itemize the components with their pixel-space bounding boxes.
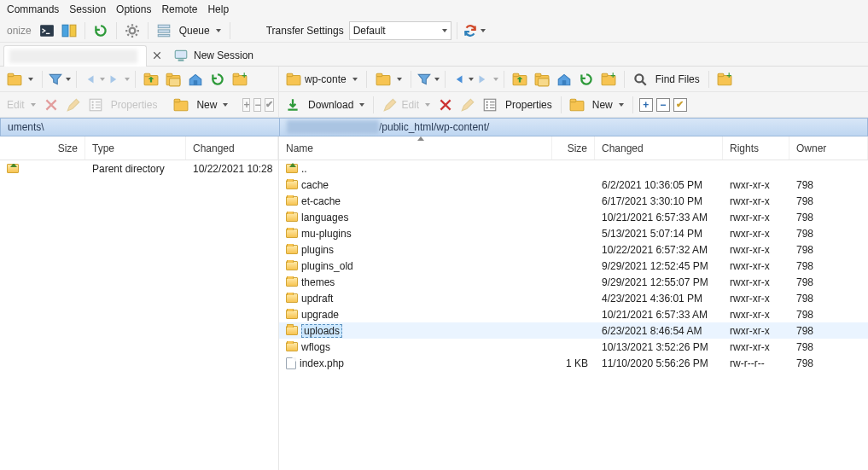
remote-plus-button[interactable]: + <box>639 98 653 112</box>
new-session-tab[interactable]: New Session <box>167 44 263 67</box>
list-item[interactable]: upgrade10/21/2021 6:57:33 AMrwxr-xr-x798 <box>279 306 868 322</box>
find-files-icon[interactable] <box>630 69 650 90</box>
local-edit-button[interactable]: Edit <box>3 95 39 115</box>
local-dir-combo[interactable] <box>3 69 37 90</box>
remote-delete-icon[interactable] <box>435 95 456 115</box>
folder-icon <box>286 180 298 189</box>
remote-star-button[interactable]: ✔ <box>673 98 687 112</box>
local-root-icon[interactable] <box>163 69 184 90</box>
remote-nav-toolbar: wp-conte Find Files <box>279 67 868 91</box>
local-bookmark-icon[interactable] <box>230 69 250 90</box>
remote-grid-header: Name Size Changed Rights Owner <box>279 136 868 160</box>
local-props-icon[interactable] <box>85 95 106 115</box>
menu-options[interactable]: Options <box>116 3 151 15</box>
list-item[interactable]: updraft4/23/2021 4:36:01 PMrwxr-xr-x798 <box>279 290 868 306</box>
queue-button[interactable]: Queue <box>176 20 224 41</box>
remote-root-icon[interactable] <box>532 69 552 90</box>
list-item[interactable]: plugins10/22/2021 6:57:32 AMrwxr-xr-x798 <box>279 241 868 258</box>
remote-ops-toolbar: Download Edit Properties New + − ✔ <box>279 92 868 117</box>
remote-edit-icon[interactable] <box>457 95 478 115</box>
remote-refresh-icon[interactable] <box>576 69 597 90</box>
list-item[interactable]: mu-plugins5/13/2021 5:07:14 PMrwxr-xr-x7… <box>279 225 868 241</box>
remote-forward-icon[interactable] <box>475 69 498 90</box>
list-item[interactable]: plugins_old9/29/2021 12:52:45 PMrwxr-xr-… <box>279 258 868 274</box>
local-new-icon[interactable] <box>171 95 191 115</box>
remote-back-icon[interactable] <box>451 69 474 90</box>
menu-session[interactable]: Session <box>69 3 106 15</box>
download-button[interactable]: Download <box>305 95 368 115</box>
folder-icon <box>286 342 298 351</box>
list-item[interactable]: uploads6/23/2021 8:46:54 AMrwxr-xr-x798 <box>279 322 868 339</box>
local-star-button[interactable]: ✔ <box>265 98 274 112</box>
list-item[interactable]: themes9/29/2021 12:55:07 PMrwxr-xr-x798 <box>279 274 868 290</box>
list-item[interactable]: index.php1 KB11/10/2020 5:56:26 PMrw-r--… <box>279 355 868 371</box>
remote-pathbar[interactable]: /public_html/wp-content/ <box>279 118 868 136</box>
local-ops-toolbar: Edit Properties New + − ✔ <box>0 92 279 117</box>
local-forward-icon[interactable] <box>107 69 130 90</box>
local-back-icon[interactable] <box>82 69 105 90</box>
sync-icon[interactable] <box>463 20 486 41</box>
local-pathbar[interactable]: uments\ <box>0 118 279 136</box>
list-item[interactable]: languages10/21/2021 6:57:33 AMrwxr-xr-x7… <box>279 209 868 225</box>
local-minus-button[interactable]: − <box>253 98 261 112</box>
local-col-changed[interactable]: Changed <box>186 136 278 160</box>
remote-col-changed[interactable]: Changed <box>595 136 723 160</box>
remote-props-icon[interactable] <box>480 95 500 115</box>
local-parent-icon[interactable] <box>141 69 161 90</box>
local-grid-body[interactable]: Parent directory10/22/2021 10:28 <box>0 160 278 470</box>
session-tabs: New Session <box>0 43 868 67</box>
remote-col-name[interactable]: Name <box>279 136 552 160</box>
folder-icon <box>286 72 301 87</box>
list-item[interactable]: cache6/2/2021 10:36:05 PMrwxr-xr-x798 <box>279 177 868 193</box>
remote-props-button[interactable]: Properties <box>502 95 556 115</box>
remote-col-owner[interactable]: Owner <box>789 136 868 160</box>
remote-extra-icon[interactable] <box>714 69 735 90</box>
local-plus-button[interactable]: + <box>242 98 250 112</box>
local-delete-icon[interactable] <box>41 95 61 115</box>
local-col-type[interactable]: Type <box>85 136 186 160</box>
local-edit-icon[interactable] <box>63 95 84 115</box>
download-icon[interactable] <box>283 95 303 115</box>
remote-home-icon[interactable] <box>554 69 574 90</box>
remote-dir-combo[interactable]: wp-conte <box>283 69 361 90</box>
local-col-size[interactable]: Size <box>34 136 85 160</box>
panels: Size Type Changed Parent directory10/22/… <box>0 136 868 470</box>
remote-new-icon[interactable] <box>567 95 587 115</box>
remote-filter-icon[interactable] <box>417 69 440 90</box>
compare-panels-icon[interactable] <box>59 20 79 41</box>
remote-bookmark-icon[interactable] <box>598 69 619 90</box>
local-nav-toolbar <box>0 67 279 91</box>
menu-remote[interactable]: Remote <box>161 3 197 15</box>
find-files-button[interactable]: Find Files <box>652 69 703 90</box>
transfer-settings-combo[interactable]: Default <box>349 21 451 40</box>
local-refresh-icon[interactable] <box>207 69 228 90</box>
local-filter-icon[interactable] <box>48 69 71 90</box>
remote-open-combo[interactable] <box>372 69 405 90</box>
folder-icon <box>286 326 298 335</box>
local-new-button[interactable]: New <box>193 95 231 115</box>
list-item[interactable]: et-cache6/17/2021 3:30:10 PMrwxr-xr-x798 <box>279 193 868 209</box>
local-props-button[interactable]: Properties <box>108 95 161 115</box>
list-item[interactable]: Parent directory10/22/2021 10:28 <box>0 160 278 177</box>
folder-icon <box>286 293 298 303</box>
menu-help[interactable]: Help <box>207 3 229 15</box>
gear-icon[interactable] <box>122 20 143 41</box>
list-item[interactable]: .. <box>279 160 868 177</box>
remote-grid-body[interactable]: ..cache6/2/2021 10:36:05 PMrwxr-xr-x798e… <box>279 160 868 470</box>
menu-commands[interactable]: Commands <box>7 3 59 15</box>
folder-icon <box>286 229 298 238</box>
remote-col-rights[interactable]: Rights <box>723 136 789 160</box>
remote-parent-icon[interactable] <box>510 69 530 90</box>
remote-edit-button[interactable]: Edit <box>379 95 434 115</box>
remote-new-button[interactable]: New <box>589 95 627 115</box>
refresh-icon[interactable] <box>90 20 111 41</box>
remote-col-size[interactable]: Size <box>552 136 595 160</box>
session-tab-active[interactable] <box>3 45 147 67</box>
close-tab-button[interactable] <box>147 45 167 66</box>
main-toolbar: onize Queue Transfer Settings Default <box>0 19 868 43</box>
terminal-icon[interactable] <box>37 20 57 41</box>
list-item[interactable]: wflogs10/13/2021 3:52:26 PMrwxr-xr-x798 <box>279 339 868 355</box>
local-home-icon[interactable] <box>185 69 206 90</box>
queue-icon[interactable] <box>154 20 174 41</box>
remote-minus-button[interactable]: − <box>656 98 670 112</box>
